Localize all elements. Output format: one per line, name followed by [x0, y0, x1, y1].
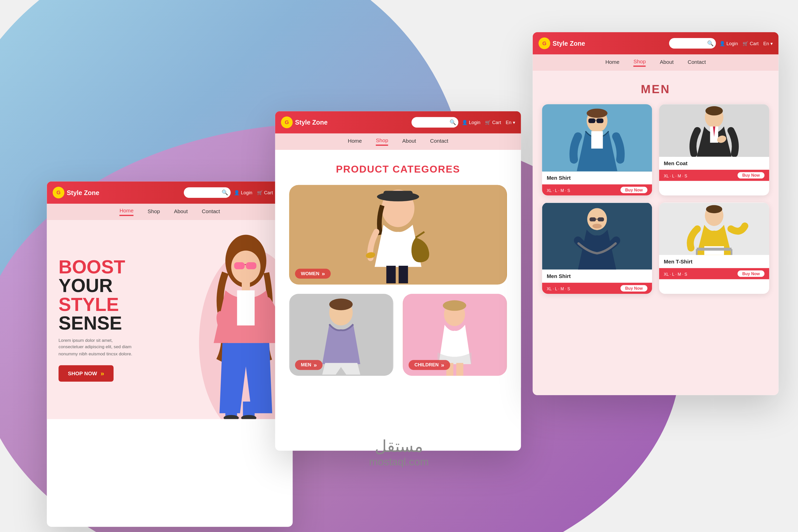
nav-links-2: Home Shop About Contact: [275, 134, 521, 150]
svg-rect-34: [596, 118, 604, 123]
product-sizes-1: XL · L · M · S: [547, 188, 570, 192]
category-men[interactable]: MEN »: [289, 294, 393, 376]
product-card-4: Men T-Shirt XL · L · M · S Buy Now: [659, 203, 769, 294]
product-card-1: Men Shirt XL · L · M · S Buy Now: [542, 104, 652, 195]
nav-home-3[interactable]: Home: [605, 59, 619, 66]
buy-button-3[interactable]: Buy Now: [621, 285, 647, 291]
logo-icon-3: G: [539, 38, 550, 49]
product-name-3: Men Shirt: [547, 273, 647, 279]
product-img-4: [659, 203, 769, 255]
shop-now-button[interactable]: SHOP NOW »: [58, 365, 113, 382]
nav-contact-3[interactable]: Contact: [688, 59, 706, 66]
mockup-home: G Style Zone 🔍 👤 Login 🛒 Cart En: [47, 182, 292, 527]
buy-button-4[interactable]: Buy Now: [738, 270, 764, 277]
cart-btn-2[interactable]: 🛒 Cart: [485, 120, 501, 125]
product-sizes-3: XL · L · M · S: [547, 287, 570, 291]
product-footer-2: XL · L · M · S Buy Now: [659, 170, 769, 181]
men-products-grid: Men Shirt XL · L · M · S Buy Now: [533, 104, 779, 303]
nav-home-1[interactable]: Home: [119, 208, 134, 216]
search-input-3[interactable]: [672, 41, 705, 46]
login-btn-1[interactable]: 👤 Login: [234, 190, 252, 195]
product-sizes-4: XL · L · M · S: [664, 272, 687, 276]
navbar-3: G Style Zone 🔍 👤 Login 🛒 Cart En ▾: [533, 32, 779, 54]
product-img-1: [542, 104, 652, 172]
product-footer-1: XL · L · M · S Buy Now: [542, 184, 652, 195]
lang-btn-3[interactable]: En ▾: [763, 41, 773, 46]
nav-about-2[interactable]: About: [402, 138, 416, 145]
product-img-3: [542, 203, 652, 270]
search-icon-2: 🔍: [450, 119, 456, 125]
cart-btn-1[interactable]: 🛒 Cart: [257, 190, 273, 195]
nav-shop-1[interactable]: Shop: [148, 208, 160, 215]
logo-icon-1: G: [53, 187, 64, 198]
search-input-2[interactable]: [415, 120, 447, 125]
svg-rect-29: [456, 363, 463, 376]
arrow-icon-hero: »: [100, 370, 104, 377]
lang-btn-2[interactable]: En ▾: [506, 120, 515, 125]
small-categories-row: MEN »: [289, 294, 507, 376]
brand-name-2: Style Zone: [295, 119, 328, 126]
search-bar-1[interactable]: 🔍: [184, 187, 230, 198]
category-women[interactable]: WOMEN »: [289, 185, 507, 285]
svg-rect-18: [386, 266, 396, 283]
nav-home-2[interactable]: Home: [348, 138, 362, 145]
logo-2: G Style Zone: [281, 116, 328, 128]
logo-icon-2: G: [281, 116, 293, 128]
product-footer-3: XL · L · M · S Buy Now: [542, 283, 652, 294]
svg-point-50: [706, 205, 722, 213]
nav-about-1[interactable]: About: [174, 208, 188, 215]
search-input-1[interactable]: [187, 190, 219, 195]
product-name-2: Men Coat: [664, 160, 764, 166]
category-children[interactable]: CHILDREN »: [403, 294, 507, 376]
product-info-3: Men Shirt: [542, 270, 652, 283]
nav-contact-2[interactable]: Contact: [430, 138, 448, 145]
hero-title-line1: BOOST: [58, 258, 281, 276]
nav-shop-2[interactable]: Shop: [376, 138, 388, 146]
search-bar-2[interactable]: 🔍: [412, 117, 458, 128]
login-btn-2[interactable]: 👤 Login: [462, 120, 480, 125]
watermark: مستقل mostaql.com: [369, 437, 429, 469]
cart-icon-1: 🛒: [257, 190, 263, 195]
buy-button-1[interactable]: Buy Now: [621, 187, 647, 193]
login-btn-3[interactable]: 👤 Login: [719, 41, 738, 46]
product-sizes-2: XL · L · M · S: [664, 174, 687, 178]
svg-rect-19: [399, 266, 408, 283]
product-card-3: Men Shirt XL · L · M · S Buy Now: [542, 203, 652, 294]
product-footer-4: XL · L · M · S Buy Now: [659, 268, 769, 279]
nav-links-1: Home Shop About Contact: [47, 204, 292, 220]
nav-actions-2: 👤 Login 🛒 Cart En ▾: [462, 120, 515, 125]
product-name-1: Men Shirt: [547, 175, 647, 181]
search-bar-3[interactable]: 🔍: [669, 38, 716, 49]
cart-btn-3[interactable]: 🛒 Cart: [743, 41, 759, 46]
svg-rect-17: [383, 191, 413, 201]
children-category-label[interactable]: CHILDREN »: [409, 360, 450, 370]
categories-heading: PRODUCT CATEGORES: [275, 150, 521, 185]
nav-about-3[interactable]: About: [660, 59, 674, 66]
navbar-1: G Style Zone 🔍 👤 Login 🛒 Cart En: [47, 182, 292, 204]
nav-contact-1[interactable]: Contact: [202, 208, 220, 215]
logo-3: G Style Zone: [539, 38, 585, 49]
svg-rect-45: [597, 217, 604, 221]
women-category-label[interactable]: WOMEN »: [295, 269, 331, 279]
hero-title-line3: STYLE: [58, 295, 281, 314]
arrow-icon-children: »: [441, 362, 444, 368]
hero-title-line2: YOUR: [58, 277, 281, 295]
men-page-heading: MEN: [533, 71, 779, 104]
buy-button-2[interactable]: Buy Now: [738, 172, 764, 178]
svg-point-47: [592, 224, 602, 228]
hero-content: BOOST YOUR STYLE SENSE Lorem ipsum dolor…: [47, 246, 292, 393]
search-icon-3: 🔍: [707, 40, 714, 46]
product-info-4: Men T-Shirt: [659, 255, 769, 268]
product-info-2: Men Coat: [659, 157, 769, 170]
arrow-icon-men: »: [314, 362, 317, 368]
watermark-latin: mostaql.com: [369, 456, 429, 468]
nav-shop-3[interactable]: Shop: [633, 58, 646, 66]
nav-actions-3: 👤 Login 🛒 Cart En ▾: [719, 41, 773, 46]
brand-name-3: Style Zone: [553, 40, 585, 47]
mockup-categories: G Style Zone 🔍 👤 Login 🛒 Cart En ▾ Home …: [275, 111, 521, 451]
logo-1: G Style Zone: [53, 187, 99, 198]
categories-grid: WOMEN »: [275, 185, 521, 376]
men-category-label[interactable]: MEN »: [295, 360, 323, 370]
hero-section: BOOST YOUR STYLE SENSE Lorem ipsum dolor…: [47, 220, 292, 419]
watermark-arabic: مستقل: [369, 437, 429, 456]
